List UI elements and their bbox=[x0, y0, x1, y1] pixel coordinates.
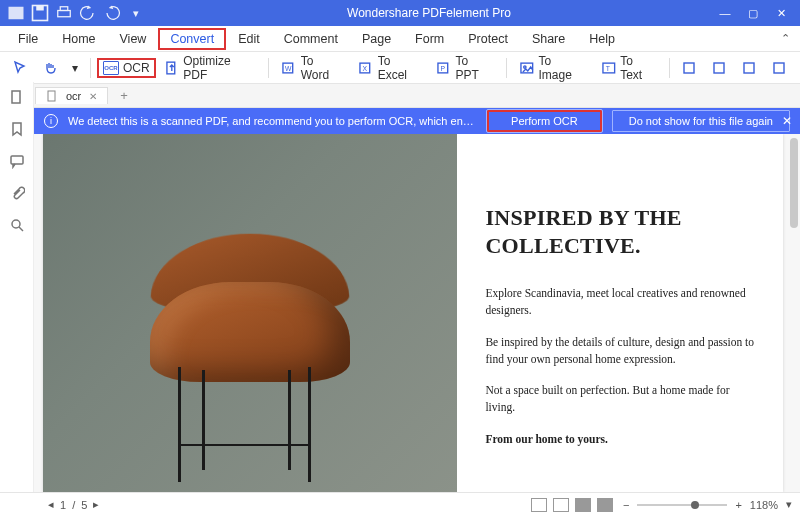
to-excel-label: To Excel bbox=[378, 54, 422, 82]
zoom-slider[interactable] bbox=[637, 504, 727, 506]
svg-rect-18 bbox=[744, 63, 754, 73]
menu-page[interactable]: Page bbox=[350, 28, 403, 50]
view-single-icon[interactable] bbox=[531, 498, 547, 512]
close-button[interactable]: ✕ bbox=[768, 3, 794, 23]
svg-rect-4 bbox=[60, 7, 68, 11]
separator bbox=[669, 58, 670, 78]
hand-tool-icon[interactable] bbox=[36, 57, 64, 79]
thumbnails-panel-icon[interactable] bbox=[8, 88, 26, 106]
tab-label: ocr bbox=[66, 90, 81, 102]
separator bbox=[506, 58, 507, 78]
save-icon[interactable] bbox=[30, 3, 50, 23]
bookmarks-panel-icon[interactable] bbox=[8, 120, 26, 138]
menu-view[interactable]: View bbox=[108, 28, 159, 50]
dismiss-notice-button[interactable]: Do not show for this file again bbox=[612, 110, 790, 132]
convert-more-4-icon[interactable] bbox=[766, 57, 794, 79]
page-text-column: INSPIRED BY THE COLLECTIVE. Explore Scan… bbox=[457, 134, 783, 492]
undo-icon[interactable] bbox=[78, 3, 98, 23]
new-tab-button[interactable]: + bbox=[114, 88, 134, 103]
ribbon-toolbar: ▾ OCR OCR Optimize PDF W To Word X To Ex… bbox=[0, 52, 800, 84]
print-icon[interactable] bbox=[54, 3, 74, 23]
convert-more-2-icon[interactable] bbox=[706, 57, 734, 79]
quick-access-toolbar: ▾ bbox=[6, 3, 146, 23]
collapse-ribbon-icon[interactable]: ⌃ bbox=[781, 32, 790, 45]
comments-panel-icon[interactable] bbox=[8, 152, 26, 170]
svg-rect-21 bbox=[12, 91, 20, 103]
svg-text:T: T bbox=[605, 64, 609, 71]
ocr-icon: OCR bbox=[103, 61, 119, 75]
document-canvas[interactable]: INSPIRED BY THE COLLECTIVE. Explore Scan… bbox=[34, 134, 800, 492]
chair-illustration bbox=[110, 192, 390, 492]
qat-dropdown-icon[interactable]: ▾ bbox=[126, 3, 146, 23]
zoom-out-icon[interactable]: − bbox=[623, 499, 629, 511]
info-icon: i bbox=[44, 114, 58, 128]
convert-more-3-icon[interactable] bbox=[736, 57, 764, 79]
attachments-panel-icon[interactable] bbox=[8, 184, 26, 202]
close-tab-icon[interactable]: ✕ bbox=[89, 91, 97, 102]
minimize-button[interactable]: — bbox=[712, 3, 738, 23]
page-current[interactable]: 1 bbox=[60, 499, 66, 511]
document-tab[interactable]: ocr ✕ bbox=[35, 87, 108, 104]
page-paragraph: Explore Scandinavia, meet local creative… bbox=[485, 285, 755, 320]
zoom-dropdown-icon[interactable]: ▾ bbox=[786, 498, 792, 511]
to-excel-button[interactable]: X To Excel bbox=[352, 51, 428, 85]
view-facing-icon[interactable] bbox=[575, 498, 591, 512]
app-logo-icon[interactable] bbox=[6, 3, 26, 23]
view-facing-continuous-icon[interactable] bbox=[597, 498, 613, 512]
redo-icon[interactable] bbox=[102, 3, 122, 23]
menu-comment[interactable]: Comment bbox=[272, 28, 350, 50]
next-page-icon[interactable]: ▸ bbox=[93, 498, 99, 511]
menu-help[interactable]: Help bbox=[577, 28, 627, 50]
page-image bbox=[43, 134, 457, 492]
svg-rect-19 bbox=[774, 63, 784, 73]
ocr-label: OCR bbox=[123, 61, 150, 75]
ocr-button[interactable]: OCR OCR bbox=[97, 58, 156, 78]
svg-rect-16 bbox=[684, 63, 694, 73]
svg-text:P: P bbox=[440, 64, 445, 71]
to-word-label: To Word bbox=[301, 54, 344, 82]
vertical-scrollbar[interactable] bbox=[790, 138, 798, 228]
to-word-button[interactable]: W To Word bbox=[275, 51, 350, 85]
svg-text:W: W bbox=[285, 64, 292, 71]
convert-more-1-icon[interactable] bbox=[676, 57, 704, 79]
view-continuous-icon[interactable] bbox=[553, 498, 569, 512]
document-page: INSPIRED BY THE COLLECTIVE. Explore Scan… bbox=[43, 134, 783, 492]
perform-ocr-button[interactable]: Perform OCR bbox=[487, 110, 602, 132]
svg-rect-17 bbox=[714, 63, 724, 73]
to-text-button[interactable]: T To Text bbox=[595, 51, 663, 85]
zoom-in-icon[interactable]: + bbox=[735, 499, 741, 511]
menu-file[interactable]: File bbox=[6, 28, 50, 50]
svg-rect-20 bbox=[48, 91, 55, 101]
menu-home[interactable]: Home bbox=[50, 28, 107, 50]
menu-form[interactable]: Form bbox=[403, 28, 456, 50]
window-controls: — ▢ ✕ bbox=[712, 3, 794, 23]
menu-edit[interactable]: Edit bbox=[226, 28, 272, 50]
zoom-value[interactable]: 118% bbox=[750, 499, 778, 511]
menu-bar: File Home View Convert Edit Comment Page… bbox=[0, 26, 800, 52]
tool-dropdown-icon[interactable]: ▾ bbox=[66, 58, 84, 78]
prev-page-icon[interactable]: ◂ bbox=[48, 498, 54, 511]
menu-protect[interactable]: Protect bbox=[456, 28, 520, 50]
to-text-label: To Text bbox=[620, 54, 657, 82]
svg-rect-3 bbox=[58, 11, 71, 17]
view-mode-group bbox=[531, 498, 613, 512]
to-image-button[interactable]: To Image bbox=[513, 51, 593, 85]
select-tool-icon[interactable] bbox=[6, 57, 34, 79]
zoom-controls: − + 118% ▾ bbox=[623, 498, 792, 511]
window-title: Wondershare PDFelement Pro bbox=[146, 6, 712, 20]
close-notice-icon[interactable]: ✕ bbox=[782, 114, 792, 128]
menu-convert[interactable]: Convert bbox=[158, 28, 226, 50]
to-ppt-button[interactable]: P To PPT bbox=[430, 51, 500, 85]
svg-rect-0 bbox=[9, 7, 24, 20]
svg-rect-22 bbox=[11, 156, 23, 164]
optimize-label: Optimize PDF bbox=[183, 54, 256, 82]
notice-message: We detect this is a scanned PDF, and rec… bbox=[68, 115, 477, 127]
svg-rect-5 bbox=[167, 62, 175, 74]
optimize-pdf-button[interactable]: Optimize PDF bbox=[158, 51, 262, 85]
to-ppt-label: To PPT bbox=[455, 54, 493, 82]
search-panel-icon[interactable] bbox=[8, 216, 26, 234]
menu-share[interactable]: Share bbox=[520, 28, 577, 50]
page-heading: INSPIRED BY THE COLLECTIVE. bbox=[485, 204, 755, 259]
svg-point-13 bbox=[524, 65, 526, 67]
maximize-button[interactable]: ▢ bbox=[740, 3, 766, 23]
